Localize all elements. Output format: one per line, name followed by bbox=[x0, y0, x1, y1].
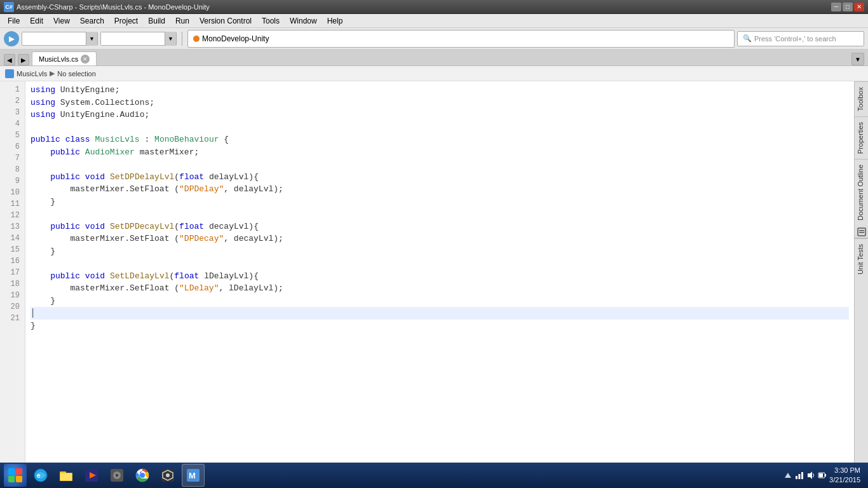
svg-rect-31 bbox=[825, 474, 826, 477]
dropdown1-arrow[interactable]: ▼ bbox=[86, 32, 97, 46]
breadcrumb-class[interactable]: MusicLvls bbox=[17, 70, 47, 78]
menu-view[interactable]: View bbox=[48, 15, 75, 27]
menu-tools[interactable]: Tools bbox=[257, 15, 285, 27]
taskbar: e bbox=[0, 463, 868, 488]
taskbar-unity[interactable] bbox=[156, 464, 179, 487]
sidebar-tab-unit-tests[interactable]: Unit Tests bbox=[855, 238, 868, 280]
taskbar-media[interactable] bbox=[80, 464, 103, 487]
tab-close-button[interactable]: ✕ bbox=[81, 55, 90, 64]
show-hidden-icon[interactable] bbox=[783, 471, 792, 480]
maximize-button[interactable]: □ bbox=[843, 3, 853, 11]
svg-rect-2 bbox=[859, 232, 864, 233]
network-icon bbox=[795, 471, 804, 480]
global-search-box[interactable]: 🔍 Press 'Control+,' to search bbox=[737, 31, 864, 46]
svg-point-18 bbox=[140, 473, 145, 478]
menu-version-control[interactable]: Version Control bbox=[194, 15, 257, 27]
play-button[interactable]: ▶ bbox=[4, 31, 19, 46]
taskbar-chrome[interactable] bbox=[131, 464, 154, 487]
menu-help[interactable]: Help bbox=[322, 15, 348, 27]
window-title: Assembly-CSharp - Scripts\MusicLvls.cs -… bbox=[17, 3, 831, 11]
taskbar-music[interactable] bbox=[105, 464, 128, 487]
menu-window[interactable]: Window bbox=[285, 15, 322, 27]
minimize-button[interactable]: ─ bbox=[831, 3, 841, 11]
window-controls: ─ □ ✕ bbox=[831, 3, 864, 11]
svg-marker-28 bbox=[808, 471, 812, 479]
clock-date: 3/21/2015 bbox=[829, 475, 860, 485]
start-button[interactable] bbox=[4, 464, 27, 487]
svg-rect-11 bbox=[60, 473, 72, 480]
svg-text:e: e bbox=[37, 472, 41, 479]
systray: 3:30 PM 3/21/2015 bbox=[778, 466, 865, 485]
svg-rect-25 bbox=[796, 476, 797, 479]
sidebar-icon-1 bbox=[855, 226, 868, 238]
svg-rect-27 bbox=[801, 472, 803, 479]
taskbar-explorer[interactable] bbox=[55, 464, 78, 487]
main-area: 1234 5678 9101112 13141516 17181920 21 u… bbox=[0, 81, 868, 463]
dropdown2-input[interactable] bbox=[101, 32, 165, 45]
menu-project[interactable]: Project bbox=[109, 15, 143, 27]
breadcrumb-selection[interactable]: No selection bbox=[57, 70, 96, 78]
svg-rect-26 bbox=[799, 474, 801, 479]
breadcrumb: MusicLvls ▶ No selection bbox=[0, 66, 868, 81]
code-editor[interactable]: 1234 5678 9101112 13141516 17181920 21 u… bbox=[0, 81, 854, 463]
svg-rect-4 bbox=[16, 468, 22, 475]
menu-run[interactable]: Run bbox=[170, 15, 194, 27]
svg-point-21 bbox=[166, 473, 170, 477]
volume-icon bbox=[806, 471, 815, 480]
menu-edit[interactable]: Edit bbox=[25, 15, 48, 27]
breadcrumb-separator: ▶ bbox=[50, 69, 55, 78]
svg-rect-5 bbox=[8, 476, 15, 482]
svg-marker-24 bbox=[785, 473, 791, 478]
svg-rect-6 bbox=[16, 476, 22, 482]
svg-point-16 bbox=[116, 474, 118, 477]
sidebar-tab-properties[interactable]: Properties bbox=[855, 116, 868, 159]
dropdown1[interactable]: ▼ bbox=[22, 32, 98, 46]
dropdown1-input[interactable] bbox=[22, 32, 86, 45]
tab-nav-prev[interactable]: ◀ bbox=[4, 54, 15, 65]
taskbar-clock[interactable]: 3:30 PM 3/21/2015 bbox=[829, 466, 860, 485]
svg-rect-1 bbox=[859, 230, 864, 231]
code-content[interactable]: using UnityEngine; using System.Collecti… bbox=[25, 81, 854, 463]
app-icon: C# bbox=[4, 2, 14, 12]
search-icon: 🔍 bbox=[743, 34, 752, 43]
line-numbers: 1234 5678 9101112 13141516 17181920 21 bbox=[0, 81, 25, 463]
taskbar-monodevelop[interactable]: M bbox=[182, 464, 205, 487]
svg-rect-3 bbox=[8, 468, 15, 475]
app-indicator: MonoDevelop-Unity bbox=[187, 30, 735, 48]
svg-text:M: M bbox=[189, 471, 196, 480]
battery-icon bbox=[818, 471, 827, 480]
app-dot bbox=[193, 36, 200, 42]
tab-bar: ◀ ▶ MusicLvls.cs ✕ ▼ bbox=[0, 50, 868, 66]
breadcrumb-icon bbox=[5, 69, 14, 78]
menu-build[interactable]: Build bbox=[143, 15, 170, 27]
close-button[interactable]: ✕ bbox=[854, 3, 864, 11]
taskbar-ie[interactable]: e bbox=[29, 464, 52, 487]
tab-label: MusicLvls.cs bbox=[39, 55, 78, 63]
svg-rect-30 bbox=[819, 473, 823, 477]
menu-search[interactable]: Search bbox=[75, 15, 109, 27]
toolbar: ▶ ▼ ▼ MonoDevelop-Unity 🔍 Press 'Control… bbox=[0, 28, 868, 50]
sidebar-tab-toolbox[interactable]: Toolbox bbox=[855, 81, 868, 116]
app-name: MonoDevelop-Unity bbox=[202, 34, 269, 43]
menu-bar: File Edit View Search Project Build Run … bbox=[0, 14, 868, 28]
tab-nav-next[interactable]: ▶ bbox=[18, 54, 29, 65]
dropdown2[interactable]: ▼ bbox=[100, 32, 177, 46]
sidebar-tab-document-outline[interactable]: Document Outline bbox=[855, 159, 868, 226]
tab-musiclvls[interactable]: MusicLvls.cs ✕ bbox=[32, 51, 97, 65]
tab-dropdown-button[interactable]: ▼ bbox=[851, 53, 864, 65]
dropdown2-arrow[interactable]: ▼ bbox=[165, 32, 176, 46]
search-placeholder-text: Press 'Control+,' to search bbox=[754, 35, 836, 43]
menu-file[interactable]: File bbox=[3, 15, 25, 27]
clock-time: 3:30 PM bbox=[829, 466, 860, 475]
toolbar-separator bbox=[182, 32, 182, 46]
right-sidebar: Toolbox Properties Document Outline Unit… bbox=[854, 81, 868, 463]
title-bar: C# Assembly-CSharp - Scripts\MusicLvls.c… bbox=[0, 0, 868, 14]
